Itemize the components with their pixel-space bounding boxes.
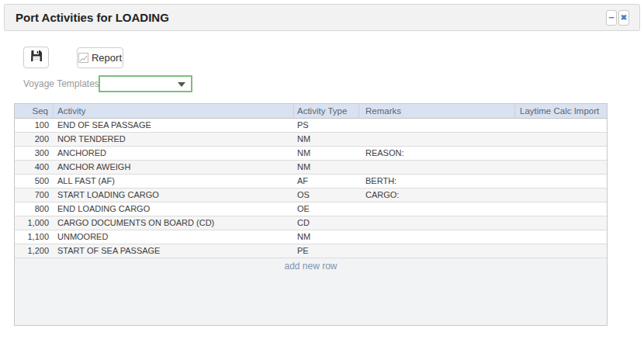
cell-activity[interactable]: ALL FAST (AF) [54,175,294,188]
cell-remarks[interactable]: BERTH: [359,175,515,188]
cell-activity[interactable]: END LOADING CARGO [54,202,294,216]
cell-laytime[interactable] [515,161,604,174]
cell-activity[interactable]: NOR TENDERED [54,133,294,146]
cell-type[interactable]: NM [294,133,359,146]
cell-laytime[interactable] [515,133,604,146]
cell-seq[interactable]: 1,200 [15,244,54,258]
cell-type[interactable]: NM [294,161,359,174]
cell-laytime[interactable] [515,175,604,188]
grid-footer: add new row [15,258,607,325]
cell-seq[interactable]: 500 [15,175,54,188]
cell-seq[interactable]: 100 [15,119,54,132]
minimize-icon: − [608,12,615,23]
column-header-remarks[interactable]: Remarks [359,104,515,118]
cell-seq[interactable]: 1,000 [15,216,54,230]
cell-laytime[interactable] [515,147,604,160]
report-chart-icon [78,53,88,63]
cell-remarks[interactable]: CARGO: [359,189,515,202]
cell-remarks[interactable]: REASON: [359,147,515,160]
table-row[interactable]: 700START LOADING CARGOOSCARGO: [15,189,607,202]
grid-header-row: Seq Activity Activity Type Remarks Layti… [15,104,607,119]
cell-seq[interactable]: 400 [15,161,54,174]
chevron-down-icon [178,82,185,87]
cell-type[interactable]: OE [294,202,359,216]
cell-activity[interactable]: END OF SEA PASSAGE [54,119,294,132]
grid-body: 100END OF SEA PASSAGEPS200NOR TENDEREDNM… [15,119,607,258]
voyage-templates-label: Voyage Templates [23,75,99,92]
cell-seq[interactable]: 200 [15,133,54,146]
cell-seq[interactable]: 800 [15,202,54,216]
cell-activity[interactable]: CARGO DOCUMENTS ON BOARD (CD) [54,216,294,230]
minimize-button[interactable]: − [606,10,617,26]
report-button-label: Report [92,52,122,64]
cell-laytime[interactable] [515,216,604,230]
cell-remarks[interactable] [359,216,515,230]
cell-remarks[interactable] [359,202,515,216]
cell-seq[interactable]: 1,100 [15,230,54,244]
table-row[interactable]: 400ANCHOR AWEIGHNM [15,161,607,175]
cell-type[interactable]: NM [294,147,359,160]
report-button[interactable]: Report [77,47,123,68]
cell-laytime[interactable] [515,189,604,202]
cell-type[interactable]: NM [294,230,359,244]
cell-seq[interactable]: 700 [15,189,54,202]
table-row[interactable]: 200NOR TENDEREDNM [15,133,607,147]
cell-type[interactable]: OS [294,189,359,202]
cell-remarks[interactable] [359,133,515,146]
cell-type[interactable]: AF [294,175,359,188]
close-button[interactable]: ✖ [618,10,629,26]
dialog-title: Port Activities for LOADING [16,5,169,30]
cell-type[interactable]: PE [294,244,359,258]
add-new-row-link[interactable]: add new row [284,261,337,272]
cell-laytime[interactable] [515,202,604,216]
column-header-activity-type[interactable]: Activity Type [294,104,359,118]
port-activities-grid: Seq Activity Activity Type Remarks Layti… [14,103,608,326]
cell-remarks[interactable] [359,230,515,244]
cell-laytime[interactable] [515,230,604,244]
table-row[interactable]: 1,000CARGO DOCUMENTS ON BOARD (CD)CD [15,216,607,230]
cell-remarks[interactable] [359,119,515,132]
table-row[interactable]: 100END OF SEA PASSAGEPS [15,119,607,133]
cell-laytime[interactable] [515,244,604,258]
save-icon [30,50,43,65]
close-icon: ✖ [621,13,627,22]
column-header-seq[interactable]: Seq [15,104,54,118]
cell-activity[interactable]: ANCHOR AWEIGH [54,161,294,174]
table-row[interactable]: 500ALL FAST (AF)AFBERTH: [15,175,607,189]
cell-type[interactable]: PS [294,119,359,132]
cell-activity[interactable]: UNMOORED [54,230,294,244]
cell-activity[interactable]: START OF SEA PASSAGE [54,244,294,258]
cell-remarks[interactable] [359,244,515,258]
save-button[interactable] [23,47,49,68]
column-header-activity[interactable]: Activity [54,104,294,118]
table-row[interactable]: 1,200START OF SEA PASSAGEPE [15,244,607,258]
table-row[interactable]: 1,100UNMOOREDNM [15,230,607,244]
cell-type[interactable]: CD [294,216,359,230]
cell-seq[interactable]: 300 [15,147,54,160]
port-activities-dialog: Port Activities for LOADING − ✖ Repo [0,0,644,346]
column-header-laytime-calc-import[interactable]: Laytime Calc Import [515,104,604,118]
cell-remarks[interactable] [359,161,515,174]
cell-laytime[interactable] [515,119,604,132]
voyage-templates-dropdown[interactable] [99,75,192,92]
cell-activity[interactable]: ANCHORED [54,147,294,160]
table-row[interactable]: 800END LOADING CARGOOE [15,202,607,216]
cell-activity[interactable]: START LOADING CARGO [54,189,294,202]
dialog-titlebar: Port Activities for LOADING − ✖ [4,4,640,31]
table-row[interactable]: 300ANCHOREDNMREASON: [15,147,607,161]
